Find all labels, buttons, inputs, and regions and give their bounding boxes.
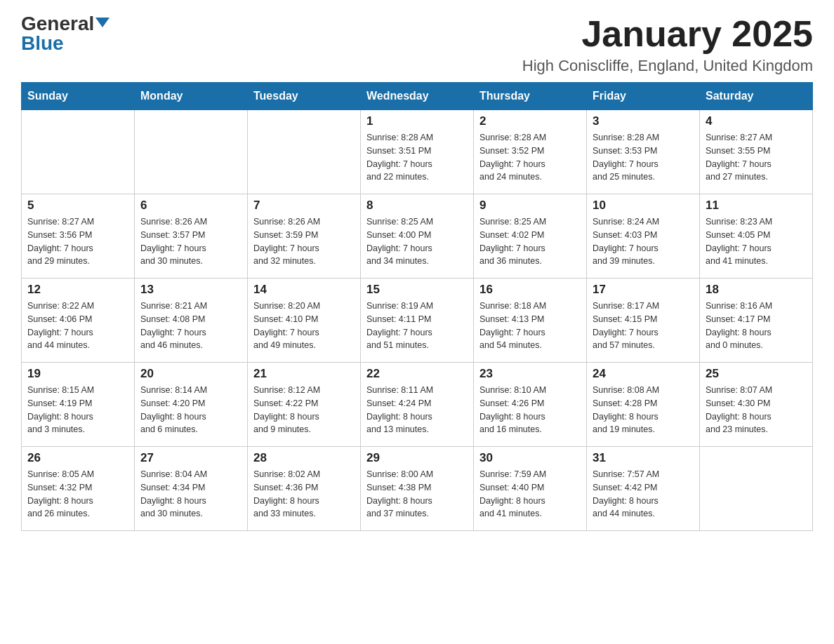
weekday-header: Tuesday (248, 83, 361, 110)
calendar-cell: 12Sunrise: 8:22 AM Sunset: 4:06 PM Dayli… (22, 279, 135, 363)
calendar-cell: 10Sunrise: 8:24 AM Sunset: 4:03 PM Dayli… (587, 194, 700, 279)
calendar-week-row: 26Sunrise: 8:05 AM Sunset: 4:32 PM Dayli… (22, 447, 813, 531)
calendar-cell: 7Sunrise: 8:26 AM Sunset: 3:59 PM Daylig… (248, 194, 361, 279)
calendar-cell: 26Sunrise: 8:05 AM Sunset: 4:32 PM Dayli… (22, 447, 135, 531)
location-title: High Coniscliffe, England, United Kingdo… (522, 57, 813, 75)
calendar-header-row: SundayMondayTuesdayWednesdayThursdayFrid… (22, 83, 813, 110)
day-info: Sunrise: 8:08 AM Sunset: 4:28 PM Dayligh… (593, 384, 694, 436)
day-info: Sunrise: 8:21 AM Sunset: 4:08 PM Dayligh… (140, 300, 241, 352)
day-number: 28 (253, 451, 355, 465)
day-info: Sunrise: 8:24 AM Sunset: 4:03 PM Dayligh… (593, 215, 694, 268)
logo-triangle-icon (95, 18, 110, 27)
day-info: Sunrise: 8:18 AM Sunset: 4:13 PM Dayligh… (479, 300, 581, 352)
day-info: Sunrise: 8:28 AM Sunset: 3:53 PM Dayligh… (593, 131, 694, 184)
calendar-cell (22, 110, 135, 194)
calendar-cell: 8Sunrise: 8:25 AM Sunset: 4:00 PM Daylig… (361, 194, 474, 279)
day-number: 16 (479, 283, 581, 297)
calendar-cell (135, 110, 248, 194)
calendar-week-row: 1Sunrise: 8:28 AM Sunset: 3:51 PM Daylig… (22, 110, 813, 194)
day-number: 22 (366, 367, 468, 381)
day-info: Sunrise: 8:14 AM Sunset: 4:20 PM Dayligh… (140, 384, 241, 436)
day-number: 13 (140, 283, 241, 297)
logo-blue-text: Blue (21, 34, 64, 53)
calendar-cell: 16Sunrise: 8:18 AM Sunset: 4:13 PM Dayli… (474, 279, 587, 363)
weekday-header: Wednesday (361, 83, 474, 110)
calendar-cell: 28Sunrise: 8:02 AM Sunset: 4:36 PM Dayli… (248, 447, 361, 531)
day-number: 9 (479, 199, 581, 213)
calendar-week-row: 19Sunrise: 8:15 AM Sunset: 4:19 PM Dayli… (22, 363, 813, 447)
day-number: 2 (479, 114, 581, 128)
day-number: 21 (253, 367, 355, 381)
calendar-cell: 29Sunrise: 8:00 AM Sunset: 4:38 PM Dayli… (361, 447, 474, 531)
calendar-cell: 4Sunrise: 8:27 AM Sunset: 3:55 PM Daylig… (700, 110, 813, 194)
day-number: 11 (706, 199, 807, 213)
logo-general-text: General (21, 14, 94, 34)
calendar-cell: 17Sunrise: 8:17 AM Sunset: 4:15 PM Dayli… (587, 279, 700, 363)
calendar-cell: 11Sunrise: 8:23 AM Sunset: 4:05 PM Dayli… (700, 194, 813, 279)
day-number: 1 (366, 114, 468, 128)
calendar-cell: 27Sunrise: 8:04 AM Sunset: 4:34 PM Dayli… (135, 447, 248, 531)
day-info: Sunrise: 8:11 AM Sunset: 4:24 PM Dayligh… (366, 384, 468, 436)
calendar-cell: 21Sunrise: 8:12 AM Sunset: 4:22 PM Dayli… (248, 363, 361, 447)
calendar-cell: 14Sunrise: 8:20 AM Sunset: 4:10 PM Dayli… (248, 279, 361, 363)
calendar-cell: 5Sunrise: 8:27 AM Sunset: 3:56 PM Daylig… (22, 194, 135, 279)
month-title: January 2025 (522, 14, 813, 54)
day-number: 4 (706, 114, 807, 128)
day-info: Sunrise: 8:27 AM Sunset: 3:56 PM Dayligh… (27, 215, 128, 268)
day-number: 30 (479, 451, 581, 465)
calendar-cell: 31Sunrise: 7:57 AM Sunset: 4:42 PM Dayli… (587, 447, 700, 531)
calendar-cell: 19Sunrise: 8:15 AM Sunset: 4:19 PM Dayli… (22, 363, 135, 447)
day-number: 5 (27, 199, 128, 213)
day-info: Sunrise: 8:17 AM Sunset: 4:15 PM Dayligh… (593, 300, 694, 352)
day-info: Sunrise: 7:59 AM Sunset: 4:40 PM Dayligh… (479, 468, 581, 521)
calendar-cell: 24Sunrise: 8:08 AM Sunset: 4:28 PM Dayli… (587, 363, 700, 447)
weekday-header: Friday (587, 83, 700, 110)
day-info: Sunrise: 8:02 AM Sunset: 4:36 PM Dayligh… (253, 468, 355, 521)
calendar-cell: 30Sunrise: 7:59 AM Sunset: 4:40 PM Dayli… (474, 447, 587, 531)
day-number: 26 (27, 451, 128, 465)
day-number: 24 (593, 367, 694, 381)
day-info: Sunrise: 8:16 AM Sunset: 4:17 PM Dayligh… (706, 300, 807, 352)
day-number: 8 (366, 199, 468, 213)
day-number: 29 (366, 451, 468, 465)
calendar-cell: 22Sunrise: 8:11 AM Sunset: 4:24 PM Dayli… (361, 363, 474, 447)
day-number: 10 (593, 199, 694, 213)
day-number: 6 (140, 199, 241, 213)
day-info: Sunrise: 8:25 AM Sunset: 4:00 PM Dayligh… (366, 215, 468, 268)
day-info: Sunrise: 8:07 AM Sunset: 4:30 PM Dayligh… (706, 384, 807, 436)
calendar-table: SundayMondayTuesdayWednesdayThursdayFrid… (21, 82, 813, 531)
day-info: Sunrise: 8:28 AM Sunset: 3:52 PM Dayligh… (479, 131, 581, 184)
day-number: 20 (140, 367, 241, 381)
calendar-cell: 1Sunrise: 8:28 AM Sunset: 3:51 PM Daylig… (361, 110, 474, 194)
day-info: Sunrise: 8:05 AM Sunset: 4:32 PM Dayligh… (27, 468, 128, 521)
day-info: Sunrise: 8:27 AM Sunset: 3:55 PM Dayligh… (706, 131, 807, 184)
calendar-cell (248, 110, 361, 194)
title-block: January 2025 High Coniscliffe, England, … (522, 14, 813, 75)
day-number: 15 (366, 283, 468, 297)
calendar-cell: 2Sunrise: 8:28 AM Sunset: 3:52 PM Daylig… (474, 110, 587, 194)
day-number: 23 (479, 367, 581, 381)
day-info: Sunrise: 8:12 AM Sunset: 4:22 PM Dayligh… (253, 384, 355, 436)
logo: General Blue (21, 14, 110, 53)
day-number: 31 (593, 451, 694, 465)
calendar-cell: 9Sunrise: 8:25 AM Sunset: 4:02 PM Daylig… (474, 194, 587, 279)
calendar-cell: 18Sunrise: 8:16 AM Sunset: 4:17 PM Dayli… (700, 279, 813, 363)
calendar-cell: 25Sunrise: 8:07 AM Sunset: 4:30 PM Dayli… (700, 363, 813, 447)
day-number: 14 (253, 283, 355, 297)
calendar-cell (700, 447, 813, 531)
day-info: Sunrise: 8:20 AM Sunset: 4:10 PM Dayligh… (253, 300, 355, 352)
day-number: 19 (27, 367, 128, 381)
day-info: Sunrise: 8:28 AM Sunset: 3:51 PM Dayligh… (366, 131, 468, 184)
calendar-cell: 23Sunrise: 8:10 AM Sunset: 4:26 PM Dayli… (474, 363, 587, 447)
day-info: Sunrise: 8:26 AM Sunset: 3:59 PM Dayligh… (253, 215, 355, 268)
day-info: Sunrise: 8:15 AM Sunset: 4:19 PM Dayligh… (27, 384, 128, 436)
calendar-cell: 15Sunrise: 8:19 AM Sunset: 4:11 PM Dayli… (361, 279, 474, 363)
weekday-header: Sunday (22, 83, 135, 110)
calendar-cell: 13Sunrise: 8:21 AM Sunset: 4:08 PM Dayli… (135, 279, 248, 363)
day-info: Sunrise: 8:26 AM Sunset: 3:57 PM Dayligh… (140, 215, 241, 268)
calendar-week-row: 12Sunrise: 8:22 AM Sunset: 4:06 PM Dayli… (22, 279, 813, 363)
day-info: Sunrise: 8:25 AM Sunset: 4:02 PM Dayligh… (479, 215, 581, 268)
day-number: 18 (706, 283, 807, 297)
weekday-header: Saturday (700, 83, 813, 110)
day-number: 27 (140, 451, 241, 465)
